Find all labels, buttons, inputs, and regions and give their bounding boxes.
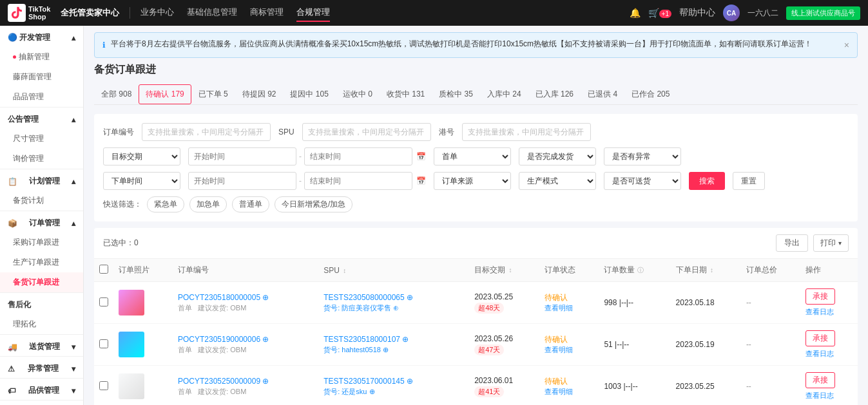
start-date-input[interactable] xyxy=(188,147,296,165)
row2-checkbox[interactable] xyxy=(99,339,108,348)
row1-action-button[interactable]: 承接 xyxy=(805,288,835,305)
sidebar-section-plan: 📋 计划管理 ▴ 备货计划 xyxy=(0,169,83,211)
col-spu[interactable]: SPU ↕ xyxy=(318,259,469,282)
sidebar-item-inquiry[interactable]: 询价管理 xyxy=(0,149,83,169)
qf-chip-urgent[interactable]: 紧急单 xyxy=(147,196,184,212)
sidebar-item-品品[interactable]: 品品管理 xyxy=(0,87,83,107)
row2-log-link[interactable]: 查看日志 xyxy=(805,349,853,359)
row2-view-detail[interactable]: 查看明细 xyxy=(545,345,593,355)
notification-icon[interactable]: 🔔 xyxy=(630,8,641,18)
sidebar-item-理拓化[interactable]: 理拓化 xyxy=(0,314,83,334)
select-all-checkbox[interactable] xyxy=(99,265,108,274)
end-date2-input[interactable] xyxy=(304,172,412,190)
sidebar-item-production-order-label: 生产订单跟进 xyxy=(13,257,59,268)
col-action: 操作 xyxy=(800,259,858,282)
is-abnormal-select[interactable]: 是否有异常 xyxy=(604,147,681,165)
sidebar-item-size[interactable]: 尺寸管理 xyxy=(0,129,83,149)
row2-actions: 承接 查看日志 xyxy=(800,324,858,366)
row2-spu-sub[interactable]: 货号: hahtest0518 ⊕ xyxy=(323,345,464,355)
tab-已下单[interactable]: 已下单 5 xyxy=(191,84,235,104)
sidebar-section-aftersale-header[interactable]: 售后化 xyxy=(0,293,83,314)
row3-checkbox[interactable] xyxy=(99,381,108,390)
tab-全部[interactable]: 全部 908 xyxy=(94,84,139,104)
sidebar-section-dev-header[interactable]: 🔵 开发管理 ▴ xyxy=(0,26,83,47)
tab-已作合[interactable]: 已作合 205 xyxy=(624,84,677,104)
order-type-select[interactable]: 首单 xyxy=(434,147,511,165)
batch-no-input[interactable] xyxy=(462,123,591,141)
qf-chip-rush[interactable]: 加急单 xyxy=(189,196,227,212)
qf-chip-today-new[interactable]: 今日新增紧急/加急 xyxy=(275,196,352,212)
tab-count-运收中: 0 xyxy=(368,89,372,99)
nav-tab-1[interactable]: 基础信息管理 xyxy=(187,4,237,22)
start-date2-input[interactable] xyxy=(188,172,296,190)
sidebar-item-藤薛[interactable]: 藤薛面管理 xyxy=(0,67,83,87)
help-center-link[interactable]: 帮助中心 xyxy=(679,7,715,19)
tab-运收中[interactable]: 运收中 0 xyxy=(336,84,380,104)
row2-total-text: -- xyxy=(746,340,751,349)
nav-tab-3[interactable]: 合规管理 xyxy=(296,4,330,22)
row3-spu-no[interactable]: TESTS2305170000145 ⊕ xyxy=(323,377,413,386)
product-image-2 xyxy=(119,332,144,357)
banner-text: 平台将于8月左右提供平台物流服务，届位供应商从供满情概准备采买10x15cm热敏… xyxy=(111,38,812,50)
row1-log-link[interactable]: 查看日志 xyxy=(805,307,853,317)
spu-input[interactable] xyxy=(302,123,431,141)
row3-order-no[interactable]: POCYT2305250000009 ⊕ xyxy=(178,377,269,386)
row3-action-button[interactable]: 承接 xyxy=(805,372,835,388)
sidebar-section-plan-header[interactable]: 📋 计划管理 ▴ xyxy=(0,169,83,191)
row3-log-link[interactable]: 查看日志 xyxy=(805,391,853,400)
export-button[interactable]: 导出 xyxy=(776,234,808,252)
info-icon: ℹ xyxy=(102,39,106,52)
tab-待确认[interactable]: 待确认 179 xyxy=(139,84,191,104)
banner-close-button[interactable]: × xyxy=(844,38,849,52)
is-complete-select[interactable]: 是否完成发货 xyxy=(519,147,596,165)
tab-待提因[interactable]: 待提因 92 xyxy=(235,84,284,104)
sidebar-item-production-order[interactable]: 生产订单跟进 xyxy=(0,252,83,272)
sidebar-item-stock-order[interactable]: 备货订单跟进 xyxy=(0,272,83,292)
tab-质检中[interactable]: 质检中 35 xyxy=(432,84,480,104)
order-no-input[interactable] xyxy=(142,123,271,141)
row1-spu-no[interactable]: TESTS2305080000065 ⊕ xyxy=(323,293,413,302)
end-date-input[interactable] xyxy=(304,147,412,165)
row3-spu-sub[interactable]: 货号: 还是sku ⊕ xyxy=(323,387,464,397)
sidebar-section-abnormal-label: 异常管理 xyxy=(28,363,59,374)
sidebar-item-stock-plan[interactable]: 备货计划 xyxy=(0,191,83,211)
sidebar-item-new-product[interactable]: 抽新管理 xyxy=(0,47,83,67)
sidebar-item-purchase-order[interactable]: 采购订单跟进 xyxy=(0,232,83,252)
order-source-select[interactable]: 订单来源 xyxy=(434,172,511,190)
row2-spu-no[interactable]: TESTS230518000107 ⊕ xyxy=(323,335,409,344)
can-deliver-select[interactable]: 是否可送货 xyxy=(604,172,681,190)
nav-tab-2[interactable]: 商标管理 xyxy=(250,4,284,22)
tab-count-待确认: 179 xyxy=(171,89,184,99)
cart-icon[interactable]: 🛒+1 xyxy=(648,8,671,18)
production-mode-select[interactable]: 生产模式 xyxy=(519,172,596,190)
reset-button[interactable]: 重置 xyxy=(733,172,765,190)
print-button[interactable]: 打印 ▾ xyxy=(813,234,849,252)
sidebar-section-supply-header[interactable]: 🏷 品供管理 ▾ xyxy=(0,379,83,400)
user-name[interactable]: 一六八二 xyxy=(747,8,778,19)
col-order-date[interactable]: 下单日期 ↕ xyxy=(671,259,741,282)
row1-checkbox[interactable] xyxy=(99,297,108,306)
tab-已退供[interactable]: 已退供 4 xyxy=(581,84,624,104)
row3-view-detail[interactable]: 查看明细 xyxy=(545,387,593,397)
qf-chip-normal[interactable]: 普通单 xyxy=(232,196,269,212)
sidebar-section-order-header[interactable]: 📦 订单管理 ▴ xyxy=(0,211,83,232)
tab-收货中[interactable]: 收货中 131 xyxy=(380,84,432,104)
tab-入库中[interactable]: 入库中 24 xyxy=(480,84,528,104)
row1-spu-sub[interactable]: 货号: 防痘美容仪零售 ⊕ xyxy=(323,303,464,313)
date-type-select[interactable]: 目标交期 xyxy=(103,147,180,165)
sidebar-section-delivery-header[interactable]: 🚚 送货管理 ▾ xyxy=(0,335,83,356)
sidebar-section-announcement-header[interactable]: 公告管理 ▴ xyxy=(0,108,83,129)
row1-order-no[interactable]: POCYT2305180000005 ⊕ xyxy=(178,293,269,302)
online-button[interactable]: 线上测试供应商品号 xyxy=(786,6,860,20)
col-qty: 订单数量 ⓘ xyxy=(599,259,670,282)
row2-order-no[interactable]: POCYT2305190000006 ⊕ xyxy=(178,335,269,344)
sidebar-section-abnormal-header[interactable]: ⚠ 异常管理 ▾ xyxy=(0,357,83,378)
tab-已入库[interactable]: 已入库 126 xyxy=(528,84,581,104)
tab-提因中[interactable]: 提因中 105 xyxy=(283,84,335,104)
nav-tab-0[interactable]: 业务中心 xyxy=(140,4,174,22)
date-type2-select[interactable]: 下单时间 xyxy=(103,172,180,190)
row2-action-button[interactable]: 承接 xyxy=(805,330,835,346)
col-date[interactable]: 目标交期 ↕ xyxy=(469,259,539,282)
row1-view-detail[interactable]: 查看明细 xyxy=(545,303,593,313)
search-button[interactable]: 搜索 xyxy=(689,172,725,190)
